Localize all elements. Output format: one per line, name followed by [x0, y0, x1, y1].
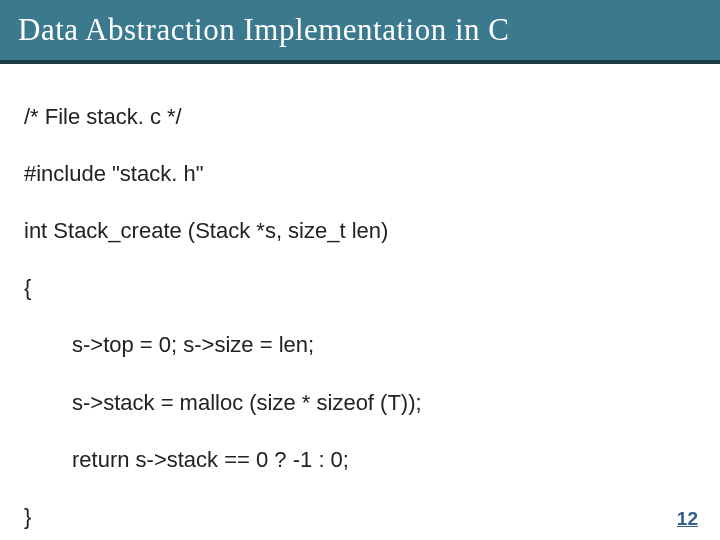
- code-block: /* File stack. c */ #include "stack. h" …: [0, 64, 720, 540]
- code-line: s->top = 0; s->size = len;: [24, 331, 696, 360]
- code-line: s->stack = malloc (size * sizeof (T));: [24, 389, 696, 418]
- code-line: }: [24, 503, 696, 532]
- slide: Data Abstraction Implementation in C /* …: [0, 0, 720, 540]
- code-line: return s->stack == 0 ? -1 : 0;: [24, 446, 696, 475]
- code-line: int Stack_create (Stack *s, size_t len): [24, 217, 696, 246]
- page-number: 12: [677, 508, 698, 530]
- code-line: {: [24, 274, 696, 303]
- code-line: #include "stack. h": [24, 160, 696, 189]
- slide-title: Data Abstraction Implementation in C: [18, 12, 510, 48]
- title-bar: Data Abstraction Implementation in C: [0, 0, 720, 64]
- code-line: /* File stack. c */: [24, 103, 696, 132]
